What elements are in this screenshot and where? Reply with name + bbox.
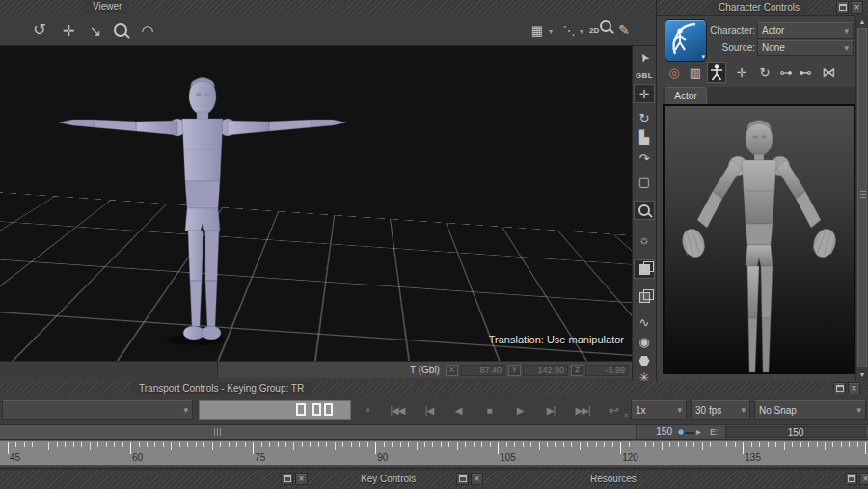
close-button[interactable]: × — [295, 473, 308, 485]
tab-actor[interactable]: Actor — [665, 87, 707, 104]
keyboard-display-icon[interactable]: ▦ — [527, 20, 548, 40]
close-button[interactable]: × — [851, 1, 863, 14]
ruler-tick — [857, 442, 858, 447]
zoom-2d-icon[interactable]: 2D — [588, 18, 613, 38]
maximize-button[interactable] — [833, 382, 846, 394]
viewport-3d[interactable]: Translation: Use manipulator — [0, 46, 632, 361]
y-value-field[interactable]: 142.80 — [523, 365, 568, 376]
bottom-titlebars: × Key Controls × Resources × — [0, 470, 868, 489]
translate-view-icon[interactable]: ✛ — [58, 20, 79, 40]
close-button[interactable]: × — [848, 382, 860, 394]
go-to-start-button[interactable]: |◀◀ — [384, 400, 411, 420]
scroll-down-icon[interactable]: ▼ — [856, 369, 868, 380]
dolly-icon[interactable]: ↘ — [85, 20, 106, 40]
ruler-tick — [351, 442, 352, 447]
wire-cube-icon[interactable] — [634, 287, 655, 307]
ruler-tick — [285, 442, 286, 447]
next-key-button[interactable]: ▶| — [540, 400, 561, 420]
range-arrow-icon[interactable]: ▸ — [696, 426, 701, 437]
actor-model[interactable] — [43, 73, 352, 353]
close-button[interactable]: × — [859, 473, 868, 485]
gbl-mode-button[interactable]: GBL — [634, 66, 655, 85]
zoom-select-icon[interactable] — [634, 201, 655, 220]
ruler-tick — [122, 442, 123, 447]
playback-speed-dropdown[interactable]: 1x ▾ — [631, 400, 687, 420]
keyboard-dropdown-arrow[interactable]: ▾ — [546, 22, 556, 41]
play-backward-button[interactable]: ◀ — [449, 400, 467, 420]
ruler-tick — [474, 442, 475, 447]
delete-icon[interactable]: ▥ — [686, 62, 705, 83]
character-controls-titlebar[interactable]: Character Controls × — [657, 0, 868, 16]
loop-toggle[interactable]: ↩ ✕ — [602, 400, 625, 420]
select-cursor-icon[interactable]: ➤ — [634, 48, 655, 68]
pin-rotate-icon[interactable]: ↻ — [755, 62, 774, 83]
record-button[interactable]: ● — [359, 400, 376, 420]
curve-icon[interactable]: ∿ — [634, 312, 655, 332]
actor-preview[interactable] — [663, 104, 855, 374]
end-frame-field[interactable]: 150 — [725, 426, 866, 438]
actor-figure-icon[interactable] — [707, 62, 726, 83]
pin-right-icon[interactable]: ⊷ — [796, 62, 815, 83]
snap-dropdown[interactable]: No Snap ▾ — [754, 400, 866, 420]
solid-cube-icon[interactable] — [634, 259, 655, 279]
timeline-ruler[interactable]: 45607590105120135 — [0, 440, 868, 467]
zoom-bar-grip[interactable] — [214, 428, 221, 436]
transport-titlebar[interactable]: Transport Controls - Keying Group: TR × — [0, 381, 868, 396]
ruler-tick — [41, 442, 41, 447]
pin-left-icon[interactable]: ⊶ — [776, 62, 796, 83]
maximize-button[interactable] — [456, 473, 469, 485]
maximize-button[interactable] — [845, 473, 857, 485]
stick-figure-glyph — [710, 64, 723, 81]
scroll-up-icon[interactable]: ▲ — [856, 16, 868, 27]
speed-value: 1x — [636, 405, 674, 416]
go-to-end-button[interactable]: ▶▶| — [569, 400, 596, 420]
zoom-icon[interactable] — [110, 20, 131, 40]
sphere-icon[interactable]: ◉ — [634, 332, 655, 351]
ruler-tick — [865, 442, 866, 454]
ruler-tick — [359, 442, 360, 447]
fps-dropdown[interactable]: 30 fps ▾ — [691, 400, 750, 420]
ruler-tick — [457, 442, 458, 450]
light-icon[interactable]: ☼ — [634, 230, 655, 249]
character-panel-scrollbar[interactable]: ▲ ▼ — [855, 15, 868, 381]
ruler-tick — [302, 442, 303, 447]
z-value-field[interactable]: -5.99 — [585, 365, 629, 376]
arc-icon[interactable]: ◠ — [137, 20, 158, 40]
mirror-icon[interactable]: ⋈ — [819, 62, 838, 83]
stop-button[interactable]: ■ — [480, 400, 498, 420]
y-axis-label: Y — [508, 365, 521, 376]
scale-tool-icon[interactable]: ▙ — [634, 127, 655, 147]
draw-curve-icon[interactable]: ✎ — [613, 20, 635, 40]
character-tools-row: ◎ ▥ ✛ ↻ ⊶ ⊷ ⋈ — [663, 60, 855, 85]
mini-slider-knob[interactable] — [677, 428, 685, 436]
range-end-field[interactable]: 150 — [617, 426, 672, 437]
maximize-button[interactable] — [836, 1, 849, 14]
ruler-tick — [229, 442, 230, 447]
marquee-select-icon[interactable]: ▢ — [634, 172, 655, 191]
character-dropdown[interactable]: Actor ▾ — [757, 22, 854, 39]
keying-mode-icon[interactable]: ◎ — [665, 62, 684, 83]
viewer-titlebar[interactable]: Viewer — [0, 0, 656, 14]
x-value-field[interactable]: 87.40 — [460, 365, 505, 376]
lasso-tool-icon[interactable]: ↷ — [634, 149, 655, 168]
pin-translate-icon[interactable]: ✛ — [732, 62, 751, 83]
rotate-tool-icon[interactable]: ↻ — [634, 108, 655, 127]
timeline-zoom-bar[interactable] — [0, 425, 637, 439]
ruler-tick — [825, 442, 826, 450]
z-axis-label: Z — [571, 365, 583, 376]
maximize-button[interactable] — [281, 473, 293, 485]
frame-display-bar[interactable] — [199, 400, 351, 420]
ruler-tick — [97, 442, 98, 447]
take-dropdown[interactable]: ▾ — [2, 400, 193, 420]
orbit-icon[interactable]: ↺ — [29, 20, 50, 40]
scrollbar-thumb[interactable] — [857, 28, 867, 367]
close-button[interactable]: × — [471, 473, 483, 485]
play-button[interactable]: ▶ — [511, 400, 529, 420]
source-dropdown[interactable]: None ▾ — [757, 40, 854, 56]
ruler-tick — [65, 442, 66, 447]
previous-key-button[interactable]: |◀ — [419, 400, 440, 420]
move-tool-icon[interactable]: ✛ — [634, 84, 655, 103]
ruler-tick — [367, 442, 368, 447]
trail-dropdown-arrow[interactable]: ▾ — [577, 22, 586, 41]
ruler-frame-label: 90 — [377, 452, 388, 463]
